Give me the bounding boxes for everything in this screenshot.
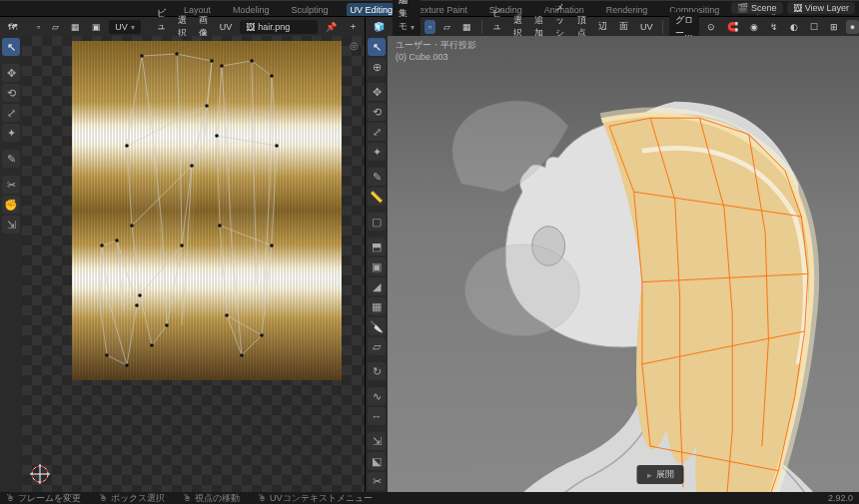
viewport-canvas[interactable]: ユーザー・平行投影 (0) Cube.003 X Y Z 🔍 ✥ [388,36,859,492]
xray-icon[interactable]: ☐ [806,20,822,34]
svg-point-9 [130,224,134,228]
svg-point-13 [270,74,274,78]
uv-image-select[interactable]: 🖼 hair.png [240,20,318,34]
status-bar: 🖱フレームを変更 🖱ボックス選択 🖱視点の移動 🖱UVコンテキストメニュー 2.… [0,492,859,504]
tool-shear[interactable]: ⬕ [368,452,386,470]
svg-point-7 [150,343,154,347]
tool-inset[interactable]: ▣ [368,257,386,275]
view-layer-field[interactable]: 🖼 View Layer [787,2,855,14]
tool-move[interactable]: ✥ [2,64,20,82]
operator-panel[interactable]: ▸展開 [637,465,684,484]
view-layer-name: View Layer [805,3,849,13]
svg-point-17 [240,353,244,357]
svg-point-22 [115,239,119,243]
tool-spin[interactable]: ↻ [368,362,386,380]
uv-menu-uv[interactable]: UV [216,20,237,34]
uv-sel-mode-face[interactable]: ▦ [67,20,84,34]
sel-mode-face[interactable]: ▦ [458,20,475,34]
tool-loopcut[interactable]: ▦ [368,297,386,315]
tool-scale-3d[interactable]: ⤢ [368,123,386,141]
uv-pin-icon[interactable]: 📌 [322,20,341,34]
tool-shrink[interactable]: ⇲ [368,432,386,450]
mouse-right-icon: 🖱 [258,493,267,503]
scene-name: Scene [751,3,777,13]
sel-mode-edge[interactable]: ▱ [439,20,454,34]
svg-point-5 [180,244,184,248]
tool-transform-3d[interactable]: ✦ [368,143,386,161]
uv-new-icon[interactable]: ＋ [345,18,362,35]
tool-select-box[interactable]: ↖ [368,38,386,56]
mouse-left-icon: 🖱 [6,493,15,503]
svg-point-20 [225,313,229,317]
tool-rip-3d[interactable]: ✂ [368,472,386,490]
tool-grab[interactable]: ✊ [2,196,20,214]
svg-point-14 [275,144,279,148]
viewport: 🧊 編集モード ▫ ▱ ▦ ビュー 選択 追加 メッシュ 頂点 辺 面 UV グ… [366,16,859,492]
tool-rotate-3d[interactable]: ⟲ [368,103,386,121]
sel-mode-vert[interactable]: ▫ [425,20,435,34]
tool-scale[interactable]: ⤢ [2,104,20,122]
uv-sel-mode-vert[interactable]: ▫ [33,20,44,34]
svg-point-12 [250,59,254,63]
tool-bevel[interactable]: ◢ [368,277,386,295]
tool-rotate[interactable]: ⟲ [2,84,20,102]
status-move: 🖱視点の移動 [183,492,240,505]
uv-pivot-icon[interactable]: ◎ [350,40,359,51]
tool-knife[interactable]: 🔪 [368,317,386,335]
viewport-header-toolbar: 🧊 編集モード ▫ ▱ ▦ ビュー 選択 追加 メッシュ 頂点 辺 面 UV グ… [366,16,859,36]
uv-editor-type-icon[interactable]: 🗺 [4,20,21,34]
vp-menu-uv[interactable]: UV [636,20,657,34]
uv-sync-select[interactable]: UV [109,20,141,34]
tab-uv-editing[interactable]: UV Editing [347,3,398,17]
uv-tool-sidebar: ↖ ✥ ⟲ ⤢ ✦ ✎ ✂ ✊ ⇲ [0,36,22,492]
layer-icon: 🖼 [793,3,802,13]
overlay-toggle-icon[interactable]: ◐ [786,20,802,34]
uv-editor: 🗺 ▫ ▱ ▦ ▣ UV ビュー 選択 画像 UV 🖼 hair.png 📌 ＋… [0,16,366,492]
tool-move-3d[interactable]: ✥ [368,83,386,101]
shading-solid-icon[interactable]: ● [846,20,859,34]
tool-annotate-3d[interactable]: ✎ [368,168,386,186]
tool-cursor-3d[interactable]: ⊕ [368,58,386,76]
tab-modeling[interactable]: Modeling [229,3,274,17]
pivot-icon[interactable]: ⊙ [703,20,719,34]
prop-edit-icon[interactable]: ◉ [746,20,762,34]
svg-point-21 [100,244,104,248]
shading-wireframe-icon[interactable]: ⊞ [826,20,842,34]
tab-rendering[interactable]: Rendering [602,3,652,17]
version-text: 2.92.0 [828,493,853,503]
viewport-info-text: ユーザー・平行投影 (0) Cube.003 [396,40,476,63]
vp-menu-face[interactable]: 面 [615,18,632,35]
tool-add-cube[interactable]: ▢ [368,213,386,231]
tool-annotate[interactable]: ✎ [2,150,20,168]
svg-point-2 [210,59,214,63]
tool-cursor[interactable]: ↖ [2,38,20,56]
svg-point-4 [190,164,194,168]
vp-menu-edge[interactable]: 辺 [594,18,611,35]
uv-canvas[interactable]: ◎ [22,36,365,492]
tool-polybuild[interactable]: ▱ [368,337,386,355]
tool-rip[interactable]: ✂ [2,176,20,194]
tab-sculpting[interactable]: Sculpting [288,3,333,17]
tool-transform[interactable]: ✦ [2,124,20,142]
tool-extrude[interactable]: ⬒ [368,238,386,255]
character-model [388,36,859,492]
viewport-editor-type-icon[interactable]: 🧊 [370,20,389,34]
tool-pinch[interactable]: ⇲ [2,216,20,234]
mouse-left-icon: 🖱 [99,493,108,503]
2d-cursor-icon [28,462,52,486]
svg-point-0 [140,54,144,58]
scene-field[interactable]: 🎬 Scene [731,2,783,14]
snap-icon[interactable]: 🧲 [723,20,742,34]
image-icon: 🖼 [246,22,255,32]
svg-point-8 [125,144,129,148]
uv-sel-mode-edge[interactable]: ▱ [48,20,63,34]
svg-point-10 [138,293,142,297]
gizmo-toggle-icon[interactable]: ↯ [766,20,782,34]
uv-sel-mode-island[interactable]: ▣ [88,20,105,34]
tool-smooth[interactable]: ∿ [368,387,386,405]
tool-measure[interactable]: 📏 [368,188,386,206]
tool-slide[interactable]: ↔ [368,407,386,425]
viewport-tool-sidebar: ↖ ⊕ ✥ ⟲ ⤢ ✦ ✎ 📏 ▢ ⬒ ▣ ◢ ▦ 🔪 ▱ ↻ [366,36,388,492]
svg-point-6 [165,323,169,327]
svg-point-1 [175,52,179,56]
